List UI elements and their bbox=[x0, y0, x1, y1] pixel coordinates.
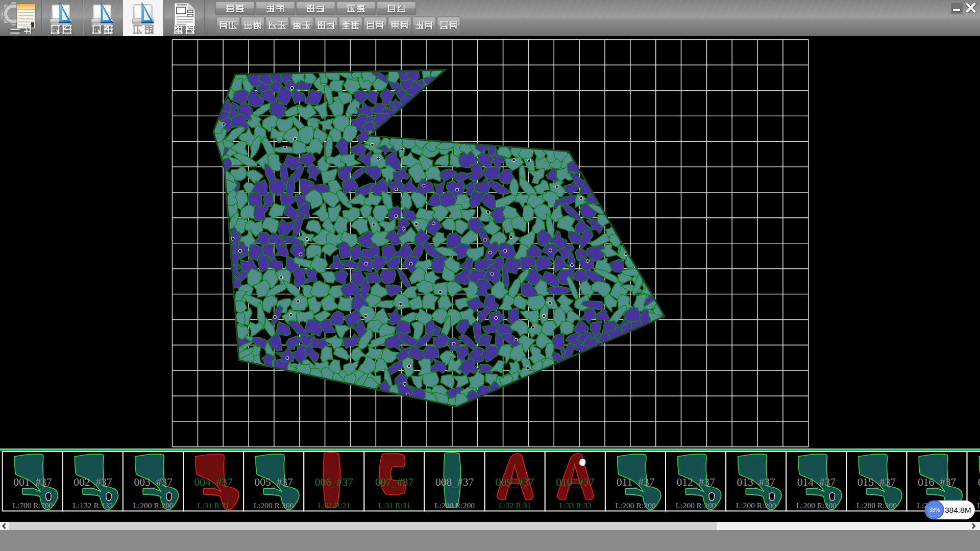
svg-text:L:132 R:132: L:132 R:132 bbox=[73, 501, 113, 510]
svg-text:L:33 R:33: L:33 R:33 bbox=[559, 501, 592, 510]
svg-text:002_#37: 002_#37 bbox=[74, 476, 112, 488]
svg-text:L:31 R:31: L:31 R:31 bbox=[197, 501, 229, 510]
svg-text:L:200 R:200: L:200 R:200 bbox=[977, 501, 980, 510]
svg-text:L:31 R:31: L:31 R:31 bbox=[378, 501, 410, 510]
svg-text:L:200 R:200: L:200 R:200 bbox=[856, 501, 897, 510]
svg-text:L:200 R:200: L:200 R:200 bbox=[676, 501, 716, 510]
svg-text:L:700 R:700: L:700 R:700 bbox=[12, 501, 53, 510]
svg-text:010_#37: 010_#37 bbox=[556, 476, 595, 488]
svg-text:38%: 38% bbox=[929, 507, 940, 513]
svg-text:L:200 R:200: L:200 R:200 bbox=[616, 501, 656, 510]
svg-text:L:32 R:31: L:32 R:31 bbox=[499, 501, 531, 510]
svg-text:007_#37: 007_#37 bbox=[375, 476, 414, 488]
svg-text:001_#37: 001_#37 bbox=[13, 476, 52, 488]
svg-text:L:200 R:200: L:200 R:200 bbox=[736, 501, 776, 510]
svg-text:015_#37: 015_#37 bbox=[857, 476, 896, 488]
svg-text:L:200 R:200: L:200 R:200 bbox=[796, 501, 837, 510]
svg-text:008_#37: 008_#37 bbox=[435, 476, 474, 488]
svg-text:003_#37: 003_#37 bbox=[134, 476, 173, 488]
svg-text:L:21 R:21: L:21 R:21 bbox=[318, 501, 350, 510]
svg-text:005_#37: 005_#37 bbox=[255, 476, 293, 488]
svg-text:L:200 R:200: L:200 R:200 bbox=[434, 501, 475, 510]
svg-text:011_#37: 011_#37 bbox=[617, 476, 655, 488]
svg-text:L:200 R:200: L:200 R:200 bbox=[254, 501, 294, 510]
svg-text:017_#37: 017_#37 bbox=[978, 476, 980, 488]
svg-text:014_#37: 014_#37 bbox=[797, 476, 836, 488]
svg-text:004_#37: 004_#37 bbox=[194, 476, 233, 488]
svg-text:384.8M: 384.8M bbox=[945, 506, 971, 514]
svg-text:006_#37: 006_#37 bbox=[315, 476, 354, 488]
svg-text:012_#37: 012_#37 bbox=[676, 476, 715, 488]
svg-text:016_#37: 016_#37 bbox=[918, 476, 957, 488]
svg-text:L:200 R:200: L:200 R:200 bbox=[133, 501, 174, 510]
svg-text:013_#37: 013_#37 bbox=[737, 476, 776, 488]
svg-text:009_#37: 009_#37 bbox=[496, 476, 534, 488]
